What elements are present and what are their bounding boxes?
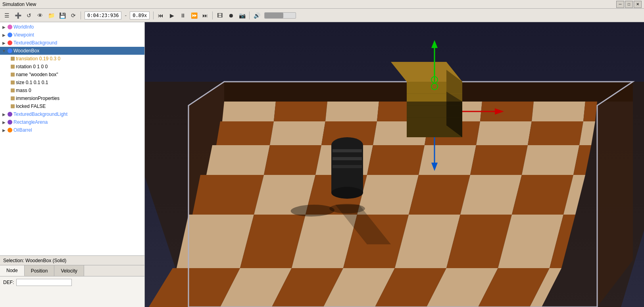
rewind-button[interactable]: ⏮ — [156, 10, 166, 21]
label-size: size 0.1 0.1 0.1 — [16, 80, 48, 85]
arrow-rectanglearena: ▶ — [2, 120, 6, 125]
refresh-button[interactable]: ↺ — [24, 10, 34, 21]
fast-forward2-button[interactable]: ⏭ — [200, 10, 210, 21]
speed-display: 0.89x — [130, 12, 150, 19]
label-mass: mass 0 — [16, 88, 31, 93]
svg-marker-37 — [409, 175, 470, 215]
bottom-panel: Node Position Velocity DEF: — [0, 265, 144, 307]
title-bar: Simulation View ─ □ ✕ — [0, 0, 644, 9]
dot-woodenbox — [8, 48, 12, 53]
tree-item-woodenbox[interactable]: ▼ WoodenBox — [0, 47, 144, 55]
dot-oilbarrel — [8, 128, 12, 132]
main-layout: ▶ WorldInfo ▶ Viewpoint ▶ TexturedBackgr… — [0, 22, 644, 307]
svg-marker-11 — [325, 102, 379, 121]
tree-item-texturedbg[interactable]: ▶ TexturedBackground — [0, 39, 144, 47]
svg-rect-60 — [333, 149, 362, 152]
svg-marker-15 — [532, 102, 585, 121]
svg-marker-23 — [528, 121, 583, 145]
svg-marker-17 — [216, 121, 274, 145]
tree-item-rectanglearena[interactable]: ▶ RectangleArena — [0, 118, 144, 126]
dot-rectanglearena — [8, 120, 12, 125]
sidebar-toggle-button[interactable]: ☰ — [2, 10, 12, 21]
label-oilbarrel: OilBarrel — [13, 127, 32, 133]
save-button[interactable]: 💾 — [57, 10, 67, 21]
tree-item-oilbarrel[interactable]: ▶ OilBarrel — [0, 126, 144, 134]
svg-rect-62 — [333, 165, 362, 168]
add-button[interactable]: ➕ — [13, 10, 23, 21]
viewport-3d[interactable] — [145, 22, 644, 307]
sq-rotation — [11, 65, 15, 69]
selection-status: Selection: WoodenBox (Solid) — [3, 258, 66, 263]
tab-node[interactable]: Node — [0, 265, 25, 276]
sq-immersion — [11, 96, 15, 100]
separator-1 — [81, 12, 81, 19]
label-texturedbg: TexturedBackground — [13, 40, 57, 46]
screenshot-button[interactable]: 📷 — [237, 10, 247, 21]
fast-forward-button[interactable]: ⏩ — [189, 10, 199, 21]
restore-button[interactable]: □ — [625, 1, 633, 8]
svg-marker-31 — [522, 145, 579, 175]
window-controls: ─ □ ✕ — [616, 1, 642, 8]
toolbar: ☰ ➕ ↺ 👁 📁 💾 ⟳ 0:04:23:936 - 0.89x ⏮ ▶ ⏸ … — [0, 9, 644, 22]
tree-item-translation[interactable]: translation 0.19 0.3 0 — [0, 55, 144, 63]
tree-item-immersion[interactable]: immersionProperties — [0, 94, 144, 102]
label-woodenbox: WoodenBox — [13, 48, 39, 54]
tree-item-mass[interactable]: mass 0 — [0, 86, 144, 94]
label-texturedbglight: TexturedBackgroundLight — [13, 111, 67, 117]
sq-mass — [11, 88, 15, 92]
separator-4 — [249, 12, 250, 19]
minimize-button[interactable]: ─ — [616, 1, 624, 8]
dot-texturedbg — [8, 40, 12, 45]
tree-item-size[interactable]: size 0.1 0.1 0.1 — [0, 79, 144, 86]
film-button[interactable]: 🎞 — [215, 10, 225, 21]
tree-item-viewpoint[interactable]: ▶ Viewpoint — [0, 31, 144, 39]
svg-marker-28 — [367, 145, 425, 175]
pause-button[interactable]: ⏸ — [178, 10, 188, 21]
def-input[interactable] — [16, 279, 72, 286]
tab-position[interactable]: Position — [25, 265, 55, 276]
dot-worldinfo — [8, 25, 12, 29]
sq-locked — [11, 104, 15, 108]
label-worldinfo: WorldInfo — [13, 24, 34, 30]
volume-button[interactable]: 🔊 — [252, 10, 262, 21]
left-panel: ▶ WorldInfo ▶ Viewpoint ▶ TexturedBackgr… — [0, 22, 145, 307]
svg-marker-9 — [222, 102, 276, 121]
label-translation: translation 0.19 0.3 0 — [16, 56, 60, 61]
play-button[interactable]: ▶ — [167, 10, 177, 21]
dot-texturedbglight — [8, 112, 12, 117]
record-button[interactable]: ⏺ — [226, 10, 236, 21]
label-rotation: rotation 0 1 0 0 — [16, 64, 48, 69]
view-button[interactable]: 👁 — [35, 10, 45, 21]
label-rectanglearena: RectangleArena — [13, 119, 48, 125]
svg-marker-18 — [270, 121, 325, 145]
svg-marker-25 — [206, 145, 270, 175]
def-row: DEF: — [3, 279, 141, 286]
tree-item-texturedbglight[interactable]: ▶ TexturedBackgroundLight — [0, 110, 144, 118]
scene-tree[interactable]: ▶ WorldInfo ▶ Viewpoint ▶ TexturedBackgr… — [0, 22, 144, 255]
status-bar: Selection: WoodenBox (Solid) — [0, 255, 144, 265]
volume-slider[interactable] — [264, 12, 296, 19]
reload-button[interactable]: ⟳ — [68, 10, 79, 21]
tab-velocity[interactable]: Velocity — [54, 265, 84, 276]
time-display: 0:04:23:936 — [85, 12, 121, 19]
app-title: Simulation View — [2, 2, 36, 7]
close-button[interactable]: ✕ — [634, 1, 642, 8]
svg-rect-61 — [333, 157, 362, 160]
arrow-oilbarrel: ▶ — [2, 128, 6, 132]
arrow-woodenbox: ▼ — [2, 49, 6, 53]
separator-3 — [212, 12, 213, 19]
arrow-texturedbg: ▶ — [2, 41, 6, 45]
svg-marker-38 — [460, 175, 522, 215]
svg-marker-26 — [264, 145, 321, 175]
label-name: name "wooden box" — [16, 72, 58, 77]
tree-item-name[interactable]: name "wooden box" — [0, 71, 144, 79]
dot-viewpoint — [8, 33, 12, 37]
tree-item-rotation[interactable]: rotation 0 1 0 0 — [0, 63, 144, 71]
tree-item-locked[interactable]: locked FALSE — [0, 102, 144, 110]
tree-item-worldinfo[interactable]: ▶ WorldInfo — [0, 23, 144, 31]
open-button[interactable]: 📁 — [46, 10, 56, 21]
svg-marker-33 — [192, 175, 264, 215]
tabs-bar: Node Position Velocity — [0, 265, 144, 276]
label-locked: locked FALSE — [16, 104, 46, 109]
svg-point-63 — [331, 187, 363, 199]
